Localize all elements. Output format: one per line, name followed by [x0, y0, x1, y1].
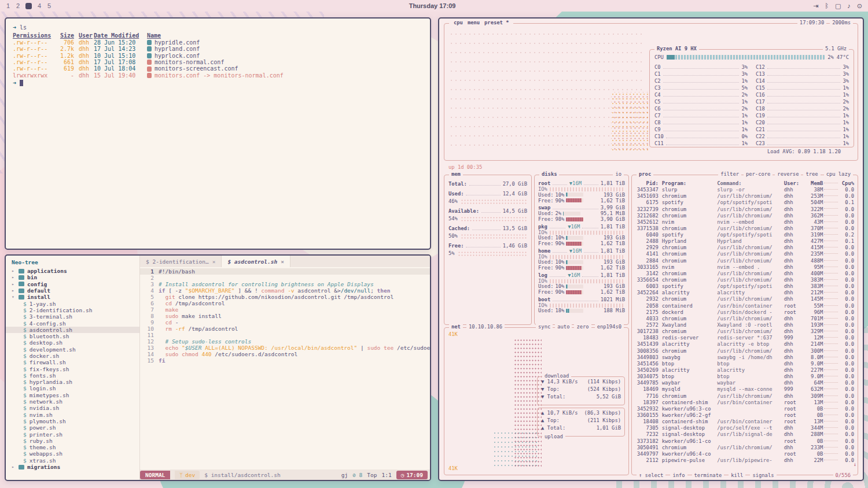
tree-item-firewall.sh[interactable]: $firewall.sh [6, 359, 139, 365]
tree-item-bluetooth.sh[interactable]: $bluetooth.sh [6, 333, 139, 339]
process-row[interactable]: 18483redis-serverredis-server *:63799912… [635, 335, 854, 341]
process-row[interactable]: 7232signal-desktop/usr/lib/signal-dedhh2… [635, 431, 854, 438]
process-row[interactable]: 6003spotify/opt/spotify/spotidhh383M0.0 [635, 283, 854, 290]
process-row[interactable]: 3449785waybarwaybardhh64M0.0 [635, 380, 854, 386]
close-icon[interactable]: × [212, 258, 216, 265]
process-row[interactable]: 2884chromium/usr/lib/chromium/dhh488M0.0 [635, 258, 854, 264]
tree-item-2-identification.sh[interactable]: $2-identification.sh [6, 307, 139, 313]
process-row[interactable]: 18408containerd-shim/usr/bin/containerro… [635, 419, 854, 425]
btop-tab-cpu[interactable]: cpu [451, 20, 465, 25]
tree-item-webapps.sh[interactable]: $webapps.sh [6, 450, 139, 457]
tree-item-development.sh[interactable]: $development.sh [6, 346, 139, 353]
disks-box-label[interactable]: disks [539, 171, 559, 178]
neovim-window[interactable]: Neo-tree ▸applications▸bin▸config▸defaul… [5, 254, 431, 481]
process-row[interactable]: 3452932kworker/u96:3-coroot0B0.0 [635, 406, 854, 412]
process-row[interactable]: 3449797kworker/u96:4-coroot0B0.0 [635, 451, 854, 457]
editor-tab[interactable]: $ asdcontrol.sh× [222, 256, 290, 267]
process-row[interactable]: 3453347slurpslurp -ordhh38M0.0 [635, 187, 854, 193]
process-row[interactable]: 2932chromium/usr/lib/chromium/dhh145M0.0 [635, 296, 854, 302]
logout-icon[interactable]: ⇥ [813, 2, 818, 10]
process-row[interactable]: 3373182kworker/u96:1-coroot0B0.0 [635, 438, 854, 444]
process-row[interactable]: 6040spotify/opt/spotify/spotidhh319M0.2 [635, 232, 854, 238]
process-row[interactable]: 3360155kworker/u96:2-gfroot0B0.0 [635, 412, 854, 419]
process-row[interactable]: 2572XwaylandXwayland :0 -rootldhh193M0.0 [635, 322, 854, 328]
tree-item-nvidia.sh[interactable]: $nvidia.sh [6, 405, 139, 411]
workspace-2[interactable]: 2 [16, 2, 20, 9]
scroll-down-icon[interactable]: ↓ [854, 461, 856, 468]
net-interface[interactable]: enp194s0 [595, 324, 624, 330]
process-row[interactable]: 3451439alacrittyalacritty -e btopdhh214M… [635, 341, 854, 347]
proc-option-tree[interactable]: tree [803, 171, 820, 178]
tree-item-asdcontrol.sh[interactable]: $asdcontrol.sh [6, 327, 139, 333]
tree-item-migrations[interactable]: ▸migrations [6, 464, 139, 470]
process-row[interactable]: 3008356chromium/usr/lib/chromium/dhh300M… [635, 348, 854, 354]
workspace-4[interactable]: 4 [37, 2, 42, 9]
btop-window[interactable]: cpumenupreset * 17:09:30 2000ms Ryzen AI… [438, 17, 864, 481]
tree-item-mimetypes.sh[interactable]: $mimetypes.sh [6, 392, 139, 398]
process-row[interactable]: 3371538chromium/usr/lib/chromium/dhh370M… [635, 225, 854, 232]
process-row[interactable]: 7716chromium/usr/lib/chromium/dhh309M0.0 [635, 393, 854, 400]
proc-action-info[interactable]: info [670, 472, 687, 479]
process-row[interactable]: 2175dockerd/usr/bin/dockerd -root96M0.0 [635, 309, 854, 316]
net-button-sync[interactable]: sync [536, 324, 553, 330]
proc-option-filter[interactable]: filter [718, 171, 741, 178]
tree-item-fonts.sh[interactable]: $fonts.sh [6, 372, 139, 379]
volume-icon[interactable]: ♪ [847, 2, 851, 10]
tree-item-printer.sh[interactable]: $printer.sh [6, 431, 139, 437]
process-row[interactable]: 6175spotify/opt/spotify/spotidhh504M0.1 [635, 199, 854, 206]
process-row[interactable]: 3356654chromium/usr/lib/chromium/dhh383M… [635, 277, 854, 283]
tree-item-docker.sh[interactable]: $docker.sh [6, 353, 139, 359]
process-row[interactable]: 3017238chromium/usr/lib/chromium/dhh329M… [635, 328, 854, 335]
tree-item-xtras.sh[interactable]: $xtras.sh [6, 457, 139, 464]
code-area[interactable]: 1#!/bin/bash23# Install asdcontrol for c… [140, 267, 430, 469]
process-row[interactable]: 2488HyprlandHyprlanddhh427M0.1 [635, 238, 854, 245]
process-row[interactable]: 3033165nvimnvim --embed .dhh95M0.0 [635, 264, 854, 271]
btop-tab-preset[interactable]: preset * [482, 20, 511, 25]
proc-sort[interactable]: cpu lazy [824, 171, 853, 178]
tree-item-power.sh[interactable]: $power.sh [6, 424, 139, 431]
disks-io-toggle[interactable]: io [613, 171, 624, 178]
bluetooth-icon[interactable]: ᛒ [825, 2, 829, 10]
tree-item-applications[interactable]: ▸applications [6, 268, 139, 274]
process-row[interactable]: 3450269alacrittyalacrittydhh227M0.0 [635, 367, 854, 374]
btop-tab-menu[interactable]: menu [465, 20, 482, 25]
process-row[interactable]: 18397containerd-shim/usr/bin/containerro… [635, 400, 854, 406]
tree-item-install[interactable]: ▾install [6, 294, 139, 300]
net-button-zero[interactable]: zero [574, 324, 591, 330]
process-row[interactable]: 2929chromium/usr/lib/chromium/dhh415M0.0 [635, 245, 854, 251]
close-icon[interactable]: × [281, 258, 284, 265]
process-row[interactable]: 4141chromium/usr/lib/chromium/dhh235M0.0 [635, 251, 854, 257]
workspace-3[interactable] [25, 3, 32, 9]
proc-action-kill[interactable]: kill [729, 472, 745, 479]
process-row[interactable]: 3212682chromium/usr/lib/chromium/dhh362M… [635, 213, 854, 219]
proc-action-signals[interactable]: signals [750, 472, 776, 479]
mem-box-label[interactable]: mem [449, 171, 463, 178]
tree-item-plymouth.sh[interactable]: $plymouth.sh [6, 418, 139, 424]
process-row[interactable]: 3232739chromium/usr/lib/chromium/dhh322M… [635, 206, 854, 212]
net-button-auto[interactable]: auto [555, 324, 572, 330]
tree-item-bin[interactable]: ▸bin [6, 274, 139, 280]
process-row[interactable]: 3451693chromium/usr/lib/chromium/dhh253M… [635, 193, 854, 199]
proc-box-label[interactable]: proc [637, 171, 653, 178]
tree-item-login.sh[interactable]: $login.sh [6, 385, 139, 391]
tree-item-1-yay.sh[interactable]: $1-yay.sh [6, 300, 139, 306]
tree-item-3-terminal.sh[interactable]: $3-terminal.sh [6, 313, 139, 320]
process-row[interactable]: 3449803swaybgswaybg -i /home/dhdhh8.0M0.… [635, 354, 854, 361]
proc-action-terminate[interactable]: terminate [692, 472, 724, 479]
tree-item-config[interactable]: ▸config [6, 281, 139, 287]
btop-interval[interactable]: 2000ms [830, 20, 853, 26]
tree-item-4-config.sh[interactable]: $4-config.sh [6, 320, 139, 326]
proc-option-per-core[interactable]: per-core [744, 171, 773, 178]
workspace-5[interactable]: 5 [47, 2, 52, 9]
proc-action-select[interactable]: ↑ select [637, 472, 665, 479]
process-row[interactable]: 3452612nvimnvim --embeddhh43M0.0 [635, 219, 854, 225]
power-icon[interactable]: ⊙ [857, 2, 862, 10]
terminal-cursor[interactable] [20, 80, 23, 86]
workspace-1[interactable]: 1 [6, 2, 10, 9]
editor-tab[interactable]: $ 2-identification…× [140, 256, 222, 267]
net-box-label[interactable]: net [449, 324, 463, 330]
process-row[interactable]: 3034075btopbtopdhh9.0M0.0 [635, 374, 854, 380]
process-row[interactable]: 4033chromium/usr/lib/chromium/dhh701M0.0 [635, 316, 854, 322]
tree-item-hyprlandia.sh[interactable]: $hyprlandia.sh [6, 379, 139, 385]
process-row[interactable]: 3451456btopbtopdhh9.0M0.0 [635, 361, 854, 367]
